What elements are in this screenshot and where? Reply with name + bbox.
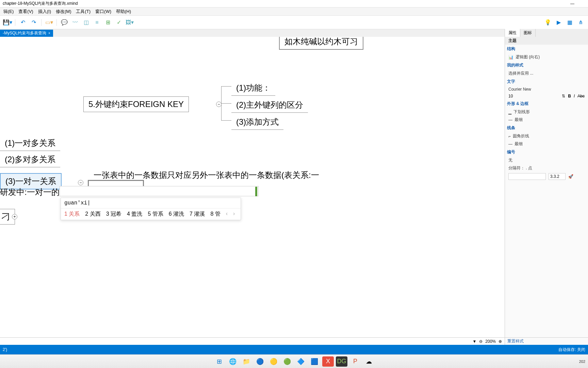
line-shape-select[interactable]: ⌐ 圆角折线 — [505, 132, 588, 140]
ime-cand-6[interactable]: 6 灌洗 — [169, 211, 184, 218]
ime-next-icon[interactable]: › — [233, 211, 235, 218]
zoom-level[interactable]: 200% — [485, 339, 496, 344]
app-icon[interactable]: ☁ — [363, 356, 375, 367]
italic-icon[interactable]: I — [574, 94, 575, 98]
number-prefix-input[interactable] — [508, 173, 546, 180]
image-icon[interactable]: 🖼▾ — [125, 18, 134, 27]
style-select[interactable]: 选择并应用 ... — [505, 70, 588, 77]
canvas-area[interactable]: 如木纯碱以约木可习 5.外键约束FOREIGN KEY − (1)功能： (2)… — [0, 37, 505, 358]
footer-statusbar: 2') 自动保存: 关闭 — [0, 345, 588, 354]
ime-cand-3[interactable]: 3 冠希 — [106, 211, 121, 218]
node-5-3[interactable]: (3)添加方式 — [231, 114, 283, 130]
app-icon[interactable]: 🔷 — [295, 356, 307, 367]
node-rel-note[interactable]: 研发中:一对一的 — [0, 187, 60, 198]
filter-icon[interactable]: ▼ — [472, 339, 476, 344]
branch-line — [221, 120, 231, 121]
zoom-out-icon[interactable]: ⊖ — [479, 339, 483, 344]
menu-window[interactable]: 窗口(W) — [93, 9, 113, 15]
marker-icon[interactable]: ⊞ — [103, 18, 113, 27]
ime-cand-7[interactable]: 7 灌溪 — [190, 211, 205, 218]
start-icon[interactable]: ⊞ — [213, 356, 225, 367]
reset-style-button[interactable]: 重置样式 — [505, 337, 588, 345]
ime-cand-5[interactable]: 5 管系 — [148, 211, 163, 218]
line-shape-value: 圆角折线 — [513, 133, 529, 139]
line-weight-select[interactable]: — 最细 — [505, 140, 588, 148]
datagrip-icon[interactable]: DG — [336, 356, 347, 367]
document-tab[interactable]: -MySQL约束与多表查询 × — [0, 30, 53, 37]
menu-edit[interactable]: 辑(E) — [1, 9, 16, 15]
ime-cand-8[interactable]: 8 管 — [210, 211, 220, 218]
section-text: 文字 — [505, 77, 588, 86]
strike-icon[interactable]: Abc — [577, 94, 585, 98]
font-select[interactable]: Courier New — [505, 86, 588, 93]
line-weight-value: 最细 — [514, 141, 523, 147]
redo-icon[interactable]: ↷ — [29, 18, 38, 27]
sep — [56, 19, 57, 26]
zoom-in-icon[interactable]: ⊕ — [499, 339, 502, 344]
number-value-input[interactable] — [549, 173, 566, 180]
ime-cand-4[interactable]: 4 盥洗 — [127, 211, 142, 218]
menu-view[interactable]: 查看(V) — [16, 9, 35, 15]
ime-candidates[interactable]: 1 关系 2 关西 3 冠希 4 盥洗 5 管系 6 灌洗 7 灌溪 8 管 ‹… — [61, 209, 241, 220]
spinner-icon[interactable]: ⇅ — [562, 94, 565, 98]
structure-select[interactable]: 📊 逻辑图 (向右) — [505, 53, 588, 61]
topic-icon[interactable]: ▭▾ — [44, 18, 54, 27]
tab-properties[interactable]: 属性 — [505, 29, 520, 37]
menubar: 辑(E) 查看(V) 插入(I) 修改(M) 工具(T) 窗口(W) 帮助(H) — [0, 7, 588, 16]
browser-icon[interactable]: 🔵 — [254, 356, 266, 367]
number-select[interactable]: 无 — [505, 156, 588, 164]
node-partial-top[interactable]: 如木纯碱以约木可习 — [279, 37, 363, 50]
ime-cand-1[interactable]: 1 关系 — [64, 211, 80, 218]
minimize-button[interactable]: — — [570, 1, 574, 6]
node-long-text[interactable]: 一张表中的一条数据只对应另外一张表中的一条数据(表关系:一 — [94, 170, 319, 181]
collapse-icon[interactable]: − — [78, 180, 83, 185]
relation-icon[interactable]: 〰 — [70, 18, 80, 27]
node-rel-2[interactable]: (2)多对多关系 — [0, 152, 60, 167]
ime-popup[interactable]: guan'xi| 1 关系 2 关西 3 冠希 4 盥洗 5 管系 6 灌洗 7… — [61, 198, 241, 220]
label-icon[interactable]: ✓ — [114, 18, 124, 27]
menu-tools[interactable]: 工具(T) — [74, 9, 93, 15]
xmind-icon[interactable]: X — [322, 356, 334, 367]
shape-value: 下划线形 — [513, 109, 530, 115]
separator-select[interactable]: 分隔符： . 点 — [505, 164, 588, 172]
edge-icon[interactable]: 🌐 — [227, 356, 239, 367]
present-icon[interactable]: ▶ — [554, 18, 564, 27]
ime-prev-icon[interactable]: ‹ — [226, 211, 228, 218]
windows-taskbar[interactable]: ⊞ 🌐 📁 🔵 🟡 🟢 🔷 🟦 X DG P ☁ 202 — [0, 354, 588, 368]
node-foreign-key[interactable]: 5.外键约束FOREIGN KEY — [83, 96, 189, 112]
share-icon[interactable]: ⋔ — [576, 18, 585, 27]
summary-icon[interactable]: ≡ — [92, 18, 102, 27]
explorer-icon[interactable]: 📁 — [241, 356, 252, 367]
font-size[interactable]: 10 — [508, 94, 513, 98]
ime-cand-2[interactable]: 2 关西 — [85, 211, 100, 218]
app-icon[interactable]: 🟦 — [309, 356, 320, 367]
edit-input[interactable] — [60, 186, 259, 196]
menu-help[interactable]: 帮助(H) — [114, 9, 133, 15]
note-icon[interactable]: 💬 — [60, 18, 69, 27]
collapse-icon[interactable]: − — [216, 102, 222, 107]
node-5-2[interactable]: (2)主外键列的区分 — [231, 97, 308, 113]
chrome-icon[interactable]: 🟡 — [268, 356, 279, 367]
node-rel-1[interactable]: (1)一对多关系 — [0, 136, 60, 151]
powerpoint-icon[interactable]: P — [349, 356, 361, 367]
rocket-icon[interactable]: 🚀 — [568, 174, 573, 179]
idea-icon[interactable]: 💡 — [543, 18, 553, 27]
border-select[interactable]: — 最细 — [505, 116, 588, 124]
border-value: 最细 — [514, 117, 523, 123]
expand-icon[interactable]: + — [12, 214, 17, 219]
node-5-1[interactable]: (1)功能： — [231, 80, 275, 96]
tab-icons[interactable]: 图标 — [520, 29, 536, 37]
close-icon[interactable]: × — [48, 31, 50, 35]
bold-icon[interactable]: B — [568, 94, 571, 98]
menu-insert[interactable]: 插入(I) — [36, 9, 53, 15]
shape-select[interactable]: ▁ 下划线形 — [505, 108, 588, 116]
menu-modify[interactable]: 修改(M) — [54, 9, 74, 15]
section-shape: 外形 & 边框 — [505, 99, 588, 108]
section-line: 线条 — [505, 124, 588, 132]
gantt-icon[interactable]: ▦ — [565, 18, 574, 27]
undo-icon[interactable]: ↶ — [18, 18, 28, 27]
app-icon[interactable]: 🟢 — [281, 356, 293, 367]
save-icon[interactable]: 💾▾ — [3, 18, 12, 27]
clock[interactable]: 202 — [579, 359, 585, 364]
boundary-icon[interactable]: ◫ — [81, 18, 91, 27]
